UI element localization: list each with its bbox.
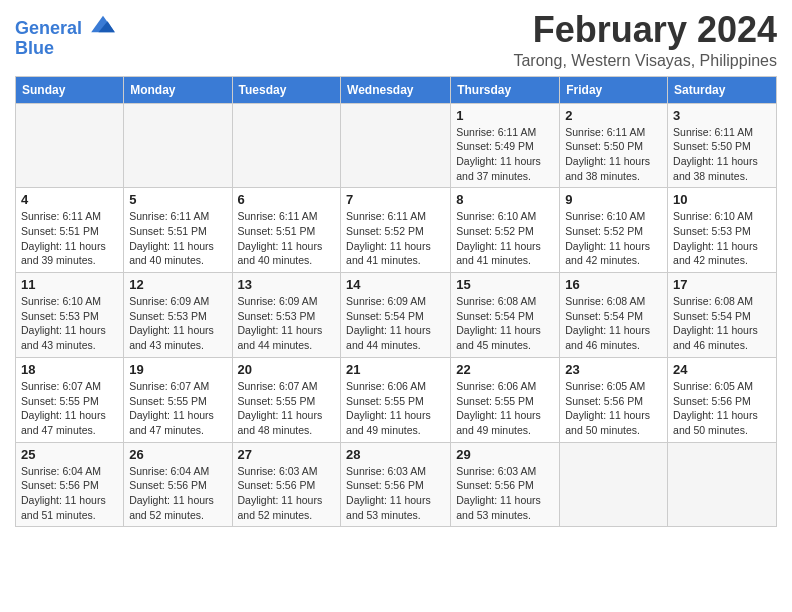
day-info: Sunrise: 6:11 AMSunset: 5:51 PMDaylight:… bbox=[129, 209, 226, 268]
day-number: 16 bbox=[565, 277, 662, 292]
day-number: 6 bbox=[238, 192, 336, 207]
calendar-cell: 16Sunrise: 6:08 AMSunset: 5:54 PMDayligh… bbox=[560, 273, 668, 358]
day-number: 7 bbox=[346, 192, 445, 207]
calendar-cell bbox=[232, 103, 341, 188]
day-number: 28 bbox=[346, 447, 445, 462]
calendar-cell: 15Sunrise: 6:08 AMSunset: 5:54 PMDayligh… bbox=[451, 273, 560, 358]
day-info: Sunrise: 6:10 AMSunset: 5:53 PMDaylight:… bbox=[21, 294, 118, 353]
logo-text: General bbox=[15, 14, 117, 39]
day-info: Sunrise: 6:08 AMSunset: 5:54 PMDaylight:… bbox=[565, 294, 662, 353]
day-info: Sunrise: 6:11 AMSunset: 5:49 PMDaylight:… bbox=[456, 125, 554, 184]
header: General Blue February 2024 Tarong, Weste… bbox=[15, 10, 777, 70]
header-row: SundayMondayTuesdayWednesdayThursdayFrid… bbox=[16, 76, 777, 103]
day-number: 4 bbox=[21, 192, 118, 207]
day-number: 20 bbox=[238, 362, 336, 377]
calendar-cell: 5Sunrise: 6:11 AMSunset: 5:51 PMDaylight… bbox=[124, 188, 232, 273]
day-number: 24 bbox=[673, 362, 771, 377]
day-header-monday: Monday bbox=[124, 76, 232, 103]
day-info: Sunrise: 6:11 AMSunset: 5:50 PMDaylight:… bbox=[565, 125, 662, 184]
day-info: Sunrise: 6:07 AMSunset: 5:55 PMDaylight:… bbox=[21, 379, 118, 438]
day-number: 5 bbox=[129, 192, 226, 207]
day-number: 17 bbox=[673, 277, 771, 292]
calendar-cell: 6Sunrise: 6:11 AMSunset: 5:51 PMDaylight… bbox=[232, 188, 341, 273]
day-info: Sunrise: 6:07 AMSunset: 5:55 PMDaylight:… bbox=[238, 379, 336, 438]
day-number: 8 bbox=[456, 192, 554, 207]
calendar-cell: 8Sunrise: 6:10 AMSunset: 5:52 PMDaylight… bbox=[451, 188, 560, 273]
day-info: Sunrise: 6:08 AMSunset: 5:54 PMDaylight:… bbox=[673, 294, 771, 353]
calendar-cell: 4Sunrise: 6:11 AMSunset: 5:51 PMDaylight… bbox=[16, 188, 124, 273]
day-number: 10 bbox=[673, 192, 771, 207]
week-row-1: 4Sunrise: 6:11 AMSunset: 5:51 PMDaylight… bbox=[16, 188, 777, 273]
day-number: 21 bbox=[346, 362, 445, 377]
day-number: 29 bbox=[456, 447, 554, 462]
calendar-cell: 23Sunrise: 6:05 AMSunset: 5:56 PMDayligh… bbox=[560, 357, 668, 442]
day-info: Sunrise: 6:11 AMSunset: 5:51 PMDaylight:… bbox=[21, 209, 118, 268]
calendar-cell: 26Sunrise: 6:04 AMSunset: 5:56 PMDayligh… bbox=[124, 442, 232, 527]
calendar-table: SundayMondayTuesdayWednesdayThursdayFrid… bbox=[15, 76, 777, 528]
day-info: Sunrise: 6:09 AMSunset: 5:54 PMDaylight:… bbox=[346, 294, 445, 353]
day-info: Sunrise: 6:09 AMSunset: 5:53 PMDaylight:… bbox=[129, 294, 226, 353]
day-info: Sunrise: 6:03 AMSunset: 5:56 PMDaylight:… bbox=[238, 464, 336, 523]
calendar-cell: 7Sunrise: 6:11 AMSunset: 5:52 PMDaylight… bbox=[341, 188, 451, 273]
day-info: Sunrise: 6:04 AMSunset: 5:56 PMDaylight:… bbox=[21, 464, 118, 523]
day-number: 19 bbox=[129, 362, 226, 377]
day-number: 14 bbox=[346, 277, 445, 292]
day-header-friday: Friday bbox=[560, 76, 668, 103]
day-number: 26 bbox=[129, 447, 226, 462]
day-info: Sunrise: 6:05 AMSunset: 5:56 PMDaylight:… bbox=[673, 379, 771, 438]
calendar-cell: 10Sunrise: 6:10 AMSunset: 5:53 PMDayligh… bbox=[668, 188, 777, 273]
calendar-cell: 18Sunrise: 6:07 AMSunset: 5:55 PMDayligh… bbox=[16, 357, 124, 442]
day-info: Sunrise: 6:05 AMSunset: 5:56 PMDaylight:… bbox=[565, 379, 662, 438]
calendar-cell bbox=[124, 103, 232, 188]
day-header-tuesday: Tuesday bbox=[232, 76, 341, 103]
calendar-cell: 11Sunrise: 6:10 AMSunset: 5:53 PMDayligh… bbox=[16, 273, 124, 358]
day-number: 22 bbox=[456, 362, 554, 377]
subtitle: Tarong, Western Visayas, Philippines bbox=[513, 52, 777, 70]
calendar-cell: 14Sunrise: 6:09 AMSunset: 5:54 PMDayligh… bbox=[341, 273, 451, 358]
calendar-cell: 21Sunrise: 6:06 AMSunset: 5:55 PMDayligh… bbox=[341, 357, 451, 442]
day-info: Sunrise: 6:06 AMSunset: 5:55 PMDaylight:… bbox=[346, 379, 445, 438]
day-number: 2 bbox=[565, 108, 662, 123]
day-number: 15 bbox=[456, 277, 554, 292]
week-row-4: 25Sunrise: 6:04 AMSunset: 5:56 PMDayligh… bbox=[16, 442, 777, 527]
calendar-cell: 1Sunrise: 6:11 AMSunset: 5:49 PMDaylight… bbox=[451, 103, 560, 188]
day-info: Sunrise: 6:10 AMSunset: 5:52 PMDaylight:… bbox=[456, 209, 554, 268]
day-number: 13 bbox=[238, 277, 336, 292]
logo-general: General bbox=[15, 18, 82, 38]
day-header-saturday: Saturday bbox=[668, 76, 777, 103]
day-info: Sunrise: 6:10 AMSunset: 5:53 PMDaylight:… bbox=[673, 209, 771, 268]
day-info: Sunrise: 6:09 AMSunset: 5:53 PMDaylight:… bbox=[238, 294, 336, 353]
calendar-cell: 9Sunrise: 6:10 AMSunset: 5:52 PMDaylight… bbox=[560, 188, 668, 273]
calendar-cell: 19Sunrise: 6:07 AMSunset: 5:55 PMDayligh… bbox=[124, 357, 232, 442]
day-number: 9 bbox=[565, 192, 662, 207]
day-header-thursday: Thursday bbox=[451, 76, 560, 103]
day-info: Sunrise: 6:08 AMSunset: 5:54 PMDaylight:… bbox=[456, 294, 554, 353]
logo: General Blue bbox=[15, 14, 117, 59]
day-number: 18 bbox=[21, 362, 118, 377]
day-info: Sunrise: 6:10 AMSunset: 5:52 PMDaylight:… bbox=[565, 209, 662, 268]
day-number: 23 bbox=[565, 362, 662, 377]
main-title: February 2024 bbox=[513, 10, 777, 50]
day-number: 3 bbox=[673, 108, 771, 123]
week-row-0: 1Sunrise: 6:11 AMSunset: 5:49 PMDaylight… bbox=[16, 103, 777, 188]
day-number: 1 bbox=[456, 108, 554, 123]
day-info: Sunrise: 6:06 AMSunset: 5:55 PMDaylight:… bbox=[456, 379, 554, 438]
calendar-cell: 27Sunrise: 6:03 AMSunset: 5:56 PMDayligh… bbox=[232, 442, 341, 527]
logo-blue: Blue bbox=[15, 39, 117, 59]
calendar-cell: 2Sunrise: 6:11 AMSunset: 5:50 PMDaylight… bbox=[560, 103, 668, 188]
day-info: Sunrise: 6:04 AMSunset: 5:56 PMDaylight:… bbox=[129, 464, 226, 523]
day-info: Sunrise: 6:11 AMSunset: 5:51 PMDaylight:… bbox=[238, 209, 336, 268]
day-info: Sunrise: 6:07 AMSunset: 5:55 PMDaylight:… bbox=[129, 379, 226, 438]
day-info: Sunrise: 6:03 AMSunset: 5:56 PMDaylight:… bbox=[346, 464, 445, 523]
calendar-cell: 20Sunrise: 6:07 AMSunset: 5:55 PMDayligh… bbox=[232, 357, 341, 442]
calendar-cell: 28Sunrise: 6:03 AMSunset: 5:56 PMDayligh… bbox=[341, 442, 451, 527]
day-header-wednesday: Wednesday bbox=[341, 76, 451, 103]
calendar-cell: 13Sunrise: 6:09 AMSunset: 5:53 PMDayligh… bbox=[232, 273, 341, 358]
day-number: 12 bbox=[129, 277, 226, 292]
day-header-sunday: Sunday bbox=[16, 76, 124, 103]
day-number: 11 bbox=[21, 277, 118, 292]
calendar-cell: 12Sunrise: 6:09 AMSunset: 5:53 PMDayligh… bbox=[124, 273, 232, 358]
calendar-cell bbox=[16, 103, 124, 188]
title-block: February 2024 Tarong, Western Visayas, P… bbox=[513, 10, 777, 70]
day-number: 27 bbox=[238, 447, 336, 462]
